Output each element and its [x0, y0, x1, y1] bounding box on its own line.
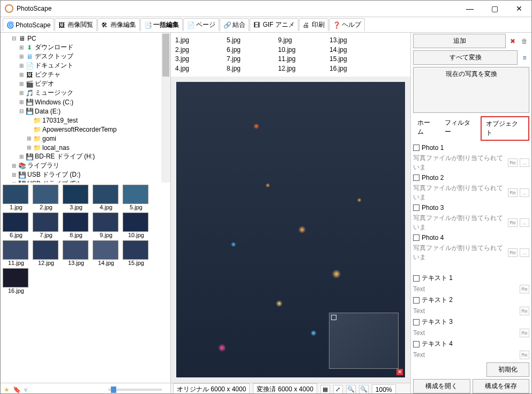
thumbnail-12[interactable]: 12.jpg	[33, 240, 59, 266]
tree-node-16[interactable]: ⊞USB ドライブ (F:)	[3, 179, 170, 183]
photo-more-icon[interactable]: ...	[520, 158, 529, 167]
zoom-in-icon[interactable]: 🔍	[359, 385, 369, 395]
file-item-3[interactable]: 13.jpg	[329, 36, 381, 46]
photo-re-icon[interactable]: Re	[508, 188, 518, 197]
open-config-button[interactable]: 構成を開く	[413, 379, 470, 393]
tree-node-2[interactable]: ⊞デスクトップ	[3, 52, 170, 61]
text-re-icon[interactable]: Re	[520, 351, 529, 359]
tree-node-15[interactable]: ⊞USB ドライブ (D:)	[3, 170, 170, 179]
thumbnail-11[interactable]: 11.jpg	[3, 240, 29, 266]
tree-node-8[interactable]: ⊟Data (E:)	[3, 107, 170, 116]
text-checkbox-3[interactable]	[413, 319, 419, 325]
file-item-7[interactable]: 14.jpg	[329, 46, 381, 55]
photo-re-icon[interactable]: Re	[508, 158, 518, 167]
file-item-0[interactable]: 1.jpg	[175, 36, 227, 46]
text-re-icon[interactable]: Re	[520, 307, 529, 315]
expander-icon[interactable]: ⊞	[18, 63, 25, 69]
thumbnail-10[interactable]: 10.jpg	[123, 213, 149, 238]
save-config-button[interactable]: 構成を保存	[473, 379, 530, 393]
thumbnail-5[interactable]: 5.jpg	[123, 185, 149, 210]
expander-icon[interactable]: ⊞	[18, 81, 25, 87]
tab-2[interactable]: 🛠画像編集	[98, 18, 140, 31]
expander-icon[interactable]: ⊞	[25, 145, 33, 150]
file-item-15[interactable]: 16.jpg	[329, 64, 381, 74]
text-re-icon[interactable]: Re	[520, 285, 529, 293]
photo-checkbox-4[interactable]	[413, 234, 419, 241]
expander-icon[interactable]: ⊟	[10, 35, 18, 41]
expander-icon[interactable]: ⊞	[18, 44, 25, 50]
thumbnail-14[interactable]: 14.jpg	[93, 240, 119, 266]
thumbnail-16[interactable]: 16.jpg	[3, 268, 29, 294]
folder-tree[interactable]: ⊟PC⊞ダウンロード⊞デスクトップ⊞ドキュメント⊞ピクチャ⊞ビデオ⊞ミュージック…	[1, 33, 170, 183]
thumbnail-3[interactable]: 3.jpg	[63, 185, 89, 210]
thumbnail-8[interactable]: 8.jpg	[63, 213, 89, 238]
tree-node-12[interactable]: ⊞local_nas	[3, 143, 170, 152]
delete-icon[interactable]: ✖	[508, 36, 518, 46]
minimize-button[interactable]: —	[458, 1, 482, 17]
thumbnail-15[interactable]: 15.jpg	[123, 240, 149, 266]
tree-node-10[interactable]: ApowersoftRecorderTemp	[3, 125, 170, 134]
photo-more-icon[interactable]: ...	[520, 248, 529, 257]
tree-node-0[interactable]: ⊟PC	[3, 34, 170, 43]
text-checkbox-2[interactable]	[413, 297, 419, 304]
thumbnail-size-slider[interactable]	[108, 389, 162, 391]
file-item-10[interactable]: 11.jpg	[278, 55, 329, 64]
tab-7[interactable]: 🖨印刷	[299, 18, 328, 31]
file-item-13[interactable]: 8.jpg	[227, 64, 278, 74]
thumbnail-9[interactable]: 9.jpg	[93, 213, 119, 238]
tree-node-11[interactable]: ⊞gomi	[3, 134, 170, 143]
star-icon[interactable]: ★	[4, 386, 10, 393]
expander-icon[interactable]: ⊞	[10, 163, 18, 169]
tab-8[interactable]: ❓ヘルプ	[329, 18, 365, 31]
file-item-5[interactable]: 6.jpg	[227, 46, 278, 55]
expander-icon[interactable]: ⊞	[25, 135, 33, 141]
expander-icon[interactable]: ⊞	[18, 72, 25, 78]
photo-checkbox-2[interactable]	[413, 175, 419, 181]
tree-scrollbar[interactable]	[161, 33, 170, 183]
close-button[interactable]: ✕	[507, 1, 531, 17]
expander-icon[interactable]: ⊞	[10, 172, 18, 178]
file-item-11[interactable]: 15.jpg	[329, 55, 381, 64]
thumbnail-2[interactable]: 2.jpg	[33, 185, 59, 210]
text-re-icon[interactable]: Re	[520, 329, 529, 337]
tree-node-9[interactable]: 170319_test	[3, 116, 170, 125]
file-item-2[interactable]: 9.jpg	[278, 36, 329, 46]
thumbnail-7[interactable]: 7.jpg	[33, 213, 59, 238]
expander-icon[interactable]: ⊟	[18, 108, 25, 114]
tree-node-4[interactable]: ⊞ピクチャ	[3, 70, 170, 79]
expander-icon[interactable]: ⊞	[18, 54, 25, 59]
file-item-4[interactable]: 2.jpg	[175, 46, 227, 55]
text-checkbox-4[interactable]	[413, 341, 419, 347]
tab-3[interactable]: 📑一括編集	[140, 18, 183, 31]
file-item-8[interactable]: 3.jpg	[175, 55, 227, 64]
filter-icon[interactable]: ▿	[24, 386, 27, 393]
tab-0[interactable]: 🌀PhotoScape	[3, 18, 54, 31]
photo-re-icon[interactable]: Re	[508, 218, 518, 227]
file-item-6[interactable]: 10.jpg	[278, 46, 329, 55]
convert-all-button[interactable]: すべて変換	[413, 50, 518, 65]
text-checkbox-1[interactable]	[413, 275, 419, 282]
fit-icon[interactable]: ⤢	[333, 385, 343, 395]
trash-icon[interactable]: 🗑	[520, 36, 529, 46]
tree-node-13[interactable]: ⊞BD-RE ドライブ (H:)	[3, 152, 170, 161]
preview-inset[interactable]	[329, 313, 399, 369]
file-item-1[interactable]: 5.jpg	[227, 36, 278, 46]
photo-more-icon[interactable]: ...	[520, 188, 529, 197]
preview-close-icon[interactable]: ✕	[396, 369, 403, 375]
right-tab-2[interactable]: オブジェクト	[481, 116, 529, 141]
zoom-out-icon[interactable]: 🔍	[346, 385, 356, 395]
tree-node-1[interactable]: ⊞ダウンロード	[3, 43, 170, 52]
list-icon[interactable]: ≡	[520, 53, 529, 63]
file-item-12[interactable]: 4.jpg	[175, 64, 227, 74]
checker-icon[interactable]: ▦	[320, 385, 330, 395]
thumbnail-1[interactable]: 1.jpg	[3, 185, 29, 210]
expander-icon[interactable]: ⊞	[18, 154, 25, 160]
reset-button[interactable]: 初期化	[486, 362, 529, 377]
photo-re-icon[interactable]: Re	[508, 248, 518, 257]
tree-node-3[interactable]: ⊞ドキュメント	[3, 61, 170, 70]
right-tab-0[interactable]: ホーム	[413, 116, 440, 141]
expander-icon[interactable]: ⊞	[18, 99, 25, 105]
convert-current-button[interactable]: 現在の写真を変換	[413, 67, 529, 113]
tree-node-6[interactable]: ⊞ミュージック	[3, 88, 170, 97]
tag-icon[interactable]: 🔖	[13, 386, 21, 393]
